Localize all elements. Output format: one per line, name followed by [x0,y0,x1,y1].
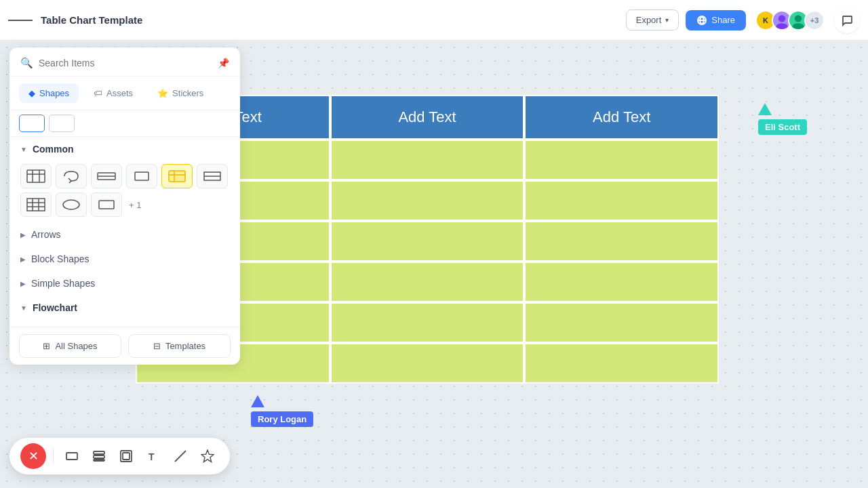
more-count: + 1 [126,200,141,210]
svg-rect-24 [66,453,77,460]
shape-grid-table[interactable] [20,192,52,217]
frame-tool[interactable] [115,445,138,468]
export-button[interactable]: Export ▾ [626,9,679,30]
tab-stickers[interactable]: ⭐ Stickers [148,83,213,103]
grid-icon: ⊞ [43,341,50,351]
svg-rect-23 [99,201,114,209]
template-icon: ⊟ [153,341,161,351]
svg-rect-26 [94,455,104,458]
svg-marker-32 [201,450,214,462]
pin-icon[interactable]: 📌 [218,58,229,68]
panel-bottom-buttons: ⊞ All Shapes ⊟ Templates [9,327,240,365]
table-cell[interactable] [330,302,525,343]
rectangle-tool[interactable] [60,445,83,468]
svg-line-31 [175,451,186,462]
cursor-label: Rory Logan [251,411,313,427]
table-cell[interactable] [330,343,525,384]
category-arrows[interactable]: ▶ Arrows [9,222,240,247]
collaborator-avatars: K +3 [755,10,825,30]
svg-rect-11 [135,172,149,180]
panel-tabs: ◆ Shapes 🏷 Assets ⭐ Stickers [9,77,240,110]
search-icon: 🔍 [20,57,33,69]
table-cell[interactable] [330,180,525,221]
category-flowchart[interactable]: ▼ Flowchart [9,296,240,320]
assets-icon: 🏷 [94,88,102,98]
table-cell[interactable] [524,302,719,343]
category-simple-shapes[interactable]: ▶ Simple Shapes [9,271,240,296]
table-cell[interactable] [330,262,525,302]
category-common[interactable]: ▼ Common [9,137,240,161]
cursor-arrow-icon [758,103,772,115]
svg-rect-17 [27,199,45,211]
common-shapes-grid: + 1 [9,161,240,222]
shape-striped[interactable] [197,164,228,188]
cursor-label: Eli Scott [758,119,807,135]
diamond-icon: ◆ [28,88,35,98]
rory-logan-cursor: Rory Logan [251,395,313,427]
shapes-panel: 🔍 📌 ◆ Shapes 🏷 Assets ⭐ Stickers ▼ Commo… [9,47,240,365]
svg-point-4 [792,23,804,29]
bottom-toolbar: ✕ T [9,438,230,474]
svg-text:T: T [149,451,155,462]
category-block-shapes[interactable]: ▶ Block Shapes [9,247,240,271]
stack-tool[interactable] [87,445,111,468]
svg-point-22 [63,200,79,209]
text-tool[interactable]: T [142,445,165,468]
line-tool[interactable] [169,445,192,468]
search-input[interactable] [39,58,212,68]
tab-assets[interactable]: 🏷 Assets [84,83,142,103]
shape-wide-rect[interactable] [91,164,122,188]
shape-small-rect[interactable] [126,164,157,188]
svg-rect-25 [94,451,104,454]
star-tool[interactable] [196,445,219,468]
svg-rect-29 [123,453,130,460]
svg-rect-27 [94,460,104,461]
table-cell[interactable] [524,221,719,262]
table-cell[interactable] [330,140,525,180]
table-header-cell[interactable]: Add Text [524,95,719,140]
close-button[interactable]: ✕ [20,443,46,469]
table-cell[interactable] [524,180,719,221]
templates-button[interactable]: ⊟ Templates [128,334,231,358]
scroll-tab-2[interactable] [49,115,75,132]
star-icon: ⭐ [157,88,168,98]
collapse-icon: ▼ [20,304,27,312]
expand-icon: ▶ [20,231,26,239]
search-bar: 🔍 📌 [9,47,240,77]
shape-oval[interactable] [56,192,87,217]
shape-loop[interactable] [56,164,87,188]
share-button[interactable]: Share [686,10,746,30]
header: Table Chart Template Export ▾ Share K +3 [0,0,868,41]
shapes-content: ▼ Common [9,137,240,327]
expand-icon: ▶ [20,280,26,287]
scroll-tab-1[interactable] [19,115,45,132]
expand-icon: ▶ [20,256,26,263]
table-header-cell[interactable]: Add Text [330,95,525,140]
collapse-icon: ▼ [20,146,27,153]
svg-point-3 [795,15,802,22]
document-title: Table Chart Template [41,14,142,26]
table-cell[interactable] [330,221,525,262]
shape-rectangle[interactable] [91,192,122,217]
share-icon [696,15,707,26]
svg-rect-12 [169,171,185,182]
chevron-down-icon: ▾ [665,16,669,24]
svg-point-1 [778,15,785,22]
scroll-tabs [9,110,240,137]
all-shapes-button[interactable]: ⊞ All Shapes [19,334,121,358]
shape-highlighted[interactable] [161,164,193,188]
table-cell[interactable] [524,262,719,302]
svg-rect-5 [27,170,45,182]
close-icon: ✕ [28,449,39,464]
separator [53,448,54,464]
cursor-arrow-icon [251,395,264,407]
table-cell[interactable] [524,343,719,384]
eli-scott-cursor: Eli Scott [758,103,807,135]
tab-shapes[interactable]: ◆ Shapes [19,83,79,103]
svg-point-2 [776,23,787,29]
menu-button[interactable] [8,8,33,33]
table-cell[interactable] [524,140,719,180]
avatar-extra-count: +3 [804,10,825,30]
chat-button[interactable] [834,7,860,33]
shape-table[interactable] [20,164,52,188]
